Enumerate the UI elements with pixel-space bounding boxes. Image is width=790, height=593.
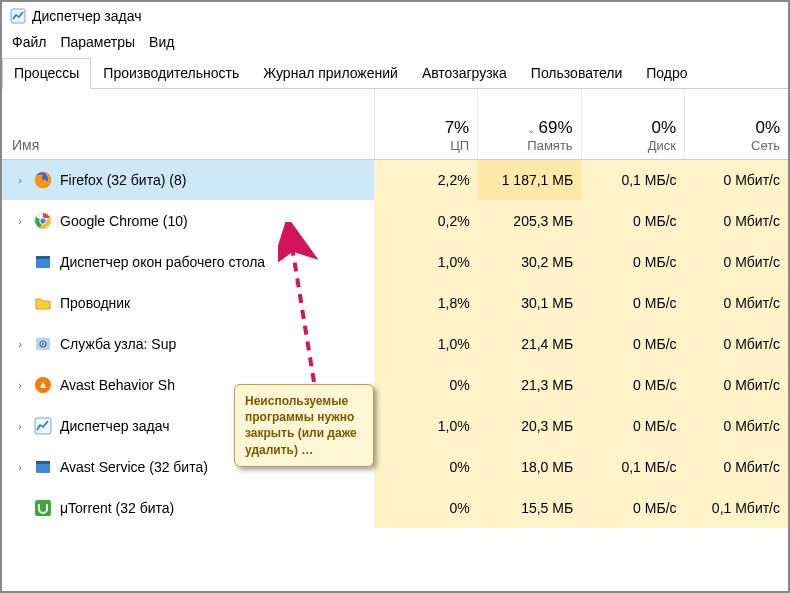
memory-cell: 15,5 МБ: [478, 487, 581, 528]
table-row[interactable]: ›Служба узла: Sup1,0%21,4 МБ0 МБ/с0 Мбит…: [2, 323, 788, 364]
process-name: Проводник: [60, 295, 130, 311]
tab-details[interactable]: Подро: [634, 58, 699, 88]
taskmgr-app-icon: [10, 8, 26, 24]
explorer-icon: [34, 294, 52, 312]
sort-indicator-icon: ⌄: [527, 124, 535, 135]
table-row[interactable]: ›Google Chrome (10)0,2%205,3 МБ0 МБ/с0 М…: [2, 200, 788, 241]
memory-cell: 21,4 МБ: [478, 323, 581, 364]
expand-chevron-icon[interactable]: ›: [14, 215, 26, 227]
expand-chevron-icon[interactable]: ›: [14, 174, 26, 186]
network-cell: 0 Мбит/с: [685, 446, 788, 487]
network-cell: 0 Мбит/с: [685, 241, 788, 282]
memory-usage-percent: 69%: [539, 118, 573, 137]
tab-startup[interactable]: Автозагрузка: [410, 58, 519, 88]
annotation-callout: Неиспользуемые программы нужно закрыть (…: [234, 384, 374, 467]
menu-view[interactable]: Вид: [149, 34, 174, 50]
process-name: Диспетчер задач: [60, 418, 170, 434]
dwm-icon: [34, 253, 52, 271]
process-table: Имя 7% ЦП ⌄69% Память 0% Диск 0% Сеть ›F…: [2, 89, 788, 528]
cpu-label: ЦП: [383, 138, 469, 153]
network-usage-percent: 0%: [693, 118, 780, 138]
tab-performance[interactable]: Производительность: [91, 58, 251, 88]
column-header-disk[interactable]: 0% Диск: [581, 89, 684, 159]
disk-cell: 0,1 МБ/с: [581, 159, 684, 200]
tab-processes[interactable]: Процессы: [2, 58, 91, 89]
cpu-cell: 1,0%: [374, 323, 477, 364]
cpu-cell: 0,2%: [374, 200, 477, 241]
memory-cell: 1 187,1 МБ: [478, 159, 581, 200]
expand-chevron-icon[interactable]: ›: [14, 338, 26, 350]
window-title: Диспетчер задач: [32, 8, 142, 24]
table-row[interactable]: ›Диспетчер задач1,0%20,3 МБ0 МБ/с0 Мбит/…: [2, 405, 788, 446]
cpu-cell: 1,0%: [374, 405, 477, 446]
annotation-text: Неиспользуемые программы нужно закрыть (…: [245, 394, 357, 457]
cpu-cell: 0%: [374, 446, 477, 487]
svchost-icon: [34, 335, 52, 353]
network-cell: 0 Мбит/с: [685, 159, 788, 200]
taskmgr-icon: [34, 417, 52, 435]
column-header-cpu[interactable]: 7% ЦП: [374, 89, 477, 159]
memory-cell: 30,2 МБ: [478, 241, 581, 282]
process-name: Firefox (32 бита) (8): [60, 172, 186, 188]
memory-cell: 20,3 МБ: [478, 405, 581, 446]
process-name: Avast Service (32 бита): [60, 459, 208, 475]
menubar: Файл Параметры Вид: [2, 30, 788, 58]
disk-label: Диск: [590, 138, 676, 153]
menu-options[interactable]: Параметры: [60, 34, 135, 50]
svg-rect-6: [36, 256, 50, 259]
disk-cell: 0 МБ/с: [581, 487, 684, 528]
network-cell: 0 Мбит/с: [685, 323, 788, 364]
titlebar: Диспетчер задач: [2, 2, 788, 30]
table-row[interactable]: Диспетчер окон рабочего стола1,0%30,2 МБ…: [2, 241, 788, 282]
cpu-cell: 2,2%: [374, 159, 477, 200]
disk-usage-percent: 0%: [590, 118, 676, 138]
disk-cell: 0 МБ/с: [581, 364, 684, 405]
disk-cell: 0 МБ/с: [581, 282, 684, 323]
disk-cell: 0 МБ/с: [581, 241, 684, 282]
process-name: Avast Behavior Sh: [60, 377, 175, 393]
network-cell: 0 Мбит/с: [685, 200, 788, 241]
menu-file[interactable]: Файл: [12, 34, 46, 50]
process-name: Диспетчер окон рабочего стола: [60, 254, 265, 270]
column-name-label: Имя: [12, 137, 366, 153]
column-header-network[interactable]: 0% Сеть: [685, 89, 788, 159]
disk-cell: 0 МБ/с: [581, 323, 684, 364]
cpu-cell: 0%: [374, 364, 477, 405]
table-row[interactable]: μTorrent (32 бита)0%15,5 МБ0 МБ/с0,1 Мби…: [2, 487, 788, 528]
disk-cell: 0,1 МБ/с: [581, 446, 684, 487]
network-label: Сеть: [693, 138, 780, 153]
expand-chevron-icon[interactable]: ›: [14, 379, 26, 391]
avastsvc-icon: [34, 458, 52, 476]
utorrent-icon: [34, 499, 52, 517]
table-row[interactable]: ›Firefox (32 бита) (8)2,2%1 187,1 МБ0,1 …: [2, 159, 788, 200]
table-row[interactable]: Проводник1,8%30,1 МБ0 МБ/с0 Мбит/с: [2, 282, 788, 323]
process-name: Служба узла: Sup: [60, 336, 176, 352]
expand-chevron-icon[interactable]: ›: [14, 420, 26, 432]
column-header-memory[interactable]: ⌄69% Память: [478, 89, 581, 159]
memory-cell: 205,3 МБ: [478, 200, 581, 241]
tab-apphistory[interactable]: Журнал приложений: [251, 58, 410, 88]
expand-chevron-icon[interactable]: ›: [14, 461, 26, 473]
memory-label: Память: [486, 138, 572, 153]
chrome-icon: [34, 212, 52, 230]
table-row[interactable]: ›Avast Service (32 бита)0%18,0 МБ0,1 МБ/…: [2, 446, 788, 487]
cpu-cell: 1,0%: [374, 241, 477, 282]
disk-cell: 0 МБ/с: [581, 405, 684, 446]
tab-users[interactable]: Пользователи: [519, 58, 634, 88]
memory-cell: 18,0 МБ: [478, 446, 581, 487]
firefox-icon: [34, 171, 52, 189]
svg-rect-13: [36, 461, 50, 464]
disk-cell: 0 МБ/с: [581, 200, 684, 241]
svg-point-4: [40, 217, 46, 223]
avast-icon: [34, 376, 52, 394]
svg-point-9: [42, 343, 44, 345]
memory-cell: 21,3 МБ: [478, 364, 581, 405]
network-cell: 0 Мбит/с: [685, 282, 788, 323]
table-row[interactable]: ›Avast Behavior Sh0%21,3 МБ0 МБ/с0 Мбит/…: [2, 364, 788, 405]
column-header-name[interactable]: Имя: [2, 89, 374, 159]
cpu-cell: 0%: [374, 487, 477, 528]
cpu-usage-percent: 7%: [383, 118, 469, 138]
network-cell: 0 Мбит/с: [685, 364, 788, 405]
process-name: Google Chrome (10): [60, 213, 188, 229]
network-cell: 0 Мбит/с: [685, 405, 788, 446]
